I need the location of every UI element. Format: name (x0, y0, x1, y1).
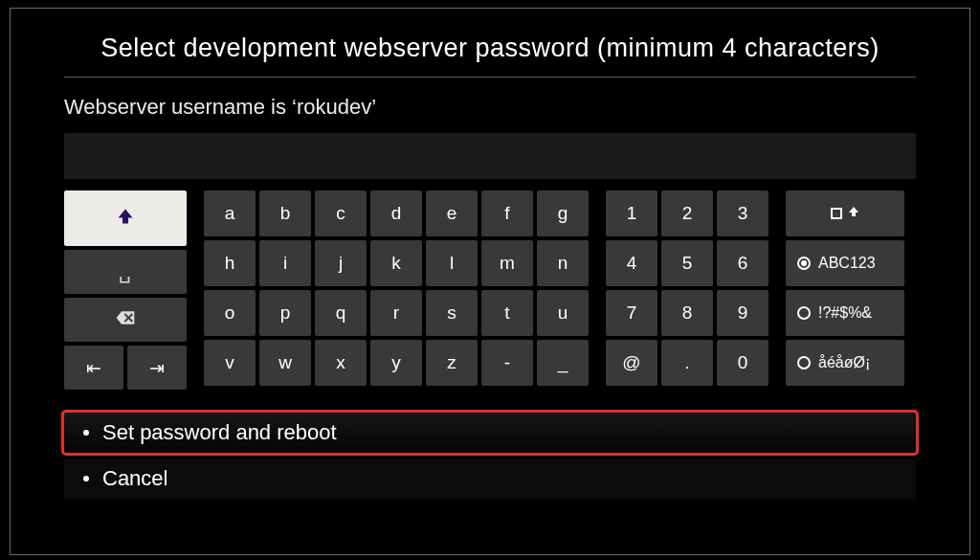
key-4[interactable]: 4 (606, 240, 657, 286)
dialog-frame: Select development webserver password (m… (10, 8, 970, 555)
space-icon: ␣ (119, 260, 133, 283)
key-m[interactable]: m (481, 240, 533, 286)
key-t[interactable]: t (481, 290, 533, 336)
cancel-button[interactable]: Cancel (64, 459, 916, 499)
dialog-options: Set password and reboot Cancel (64, 413, 916, 499)
key-_[interactable]: _ (537, 340, 589, 386)
key-l[interactable]: l (426, 240, 478, 286)
key-8[interactable]: 8 (661, 290, 713, 336)
key-b[interactable]: b (259, 190, 311, 236)
radio-icon (797, 356, 811, 370)
key-9[interactable]: 9 (717, 290, 768, 336)
option-label: Cancel (102, 466, 167, 491)
key-g[interactable]: g (537, 190, 589, 236)
space-key[interactable]: ␣ (64, 250, 187, 294)
mode-label: ABC123 (818, 255, 876, 272)
key-i[interactable]: i (259, 240, 311, 286)
key-k[interactable]: k (370, 240, 422, 286)
mode-abc-key[interactable]: ABC123 (786, 240, 904, 286)
key-0[interactable]: 0 (717, 340, 768, 386)
key-v[interactable]: v (204, 340, 256, 386)
arrow-up-icon (117, 207, 134, 230)
option-label: Set password and reboot (102, 420, 337, 445)
kb-specials: ␣ ⇤ ⇥ (64, 190, 187, 390)
password-input[interactable] (64, 133, 916, 179)
key-5[interactable]: 5 (661, 240, 713, 286)
mode-label: åéåøØ¡ (818, 354, 870, 371)
kb-letters: abcdefghijklmnopqrstuvwxyz-_ (204, 190, 589, 390)
key-q[interactable]: q (315, 290, 367, 336)
kb-modes: ABC123 !?#$%& åéåøØ¡ (786, 190, 904, 390)
key-2[interactable]: 2 (661, 190, 713, 236)
backspace-icon (115, 310, 136, 329)
key-h[interactable]: h (204, 240, 256, 286)
divider (64, 77, 916, 78)
mode-label: !?#$%& (818, 304, 872, 322)
radio-icon (797, 306, 811, 320)
key-x[interactable]: x (315, 340, 367, 386)
square-icon (831, 208, 842, 219)
key-u[interactable]: u (537, 290, 589, 336)
key-c[interactable]: c (315, 190, 367, 236)
key-s[interactable]: s (426, 290, 478, 336)
key-f[interactable]: f (481, 190, 533, 236)
key-a[interactable]: a (204, 190, 256, 236)
key-7[interactable]: 7 (606, 290, 657, 336)
key-e[interactable]: e (426, 190, 478, 236)
key-z[interactable]: z (426, 340, 478, 386)
key-p[interactable]: p (259, 290, 311, 336)
cursor-right-key[interactable]: ⇥ (127, 346, 187, 390)
mode-case-key[interactable] (786, 190, 904, 236)
cursor-left-key[interactable]: ⇤ (64, 346, 123, 390)
cursor-left-icon: ⇤ (86, 357, 101, 379)
page-title: Select development webserver password (m… (11, 9, 969, 77)
kb-numbers: 123456789@.0 (606, 190, 768, 390)
arrow-up-icon (848, 205, 859, 222)
key--[interactable]: - (481, 340, 533, 386)
backspace-key[interactable] (64, 298, 187, 342)
shift-key[interactable] (64, 190, 187, 246)
key-o[interactable]: o (204, 290, 256, 336)
mode-symbols-key[interactable]: !?#$%& (786, 290, 904, 336)
key-y[interactable]: y (370, 340, 422, 386)
key-r[interactable]: r (370, 290, 422, 336)
mode-intl-key[interactable]: åéåøØ¡ (786, 340, 904, 386)
bullet-icon (83, 476, 89, 482)
key-3[interactable]: 3 (717, 190, 768, 236)
key-w[interactable]: w (259, 340, 311, 386)
key-6[interactable]: 6 (717, 240, 768, 286)
cursor-right-icon: ⇥ (149, 357, 165, 379)
key-1[interactable]: 1 (606, 190, 657, 236)
onscreen-keyboard: ␣ ⇤ ⇥ abcdefghijklmnopqrstuvwxyz-_ 12345… (64, 190, 916, 390)
username-note: Webserver username is ‘rokudev’ (11, 95, 969, 133)
key-d[interactable]: d (370, 190, 422, 236)
key-n[interactable]: n (537, 240, 589, 286)
bullet-icon (83, 430, 89, 436)
set-password-button[interactable]: Set password and reboot (64, 413, 916, 453)
key-@[interactable]: @ (606, 340, 657, 386)
key-.[interactable]: . (661, 340, 713, 386)
key-j[interactable]: j (315, 240, 367, 286)
radio-selected-icon (797, 257, 811, 270)
